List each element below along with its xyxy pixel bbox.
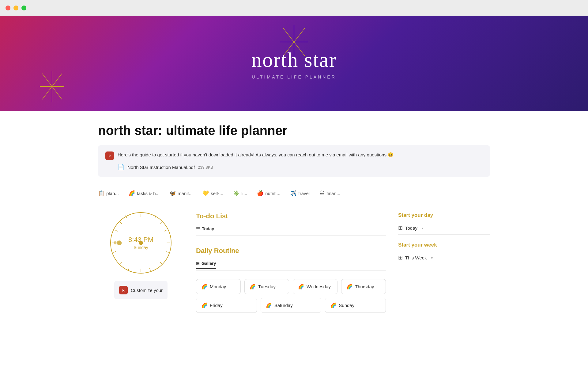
svg-point-25 xyxy=(117,240,122,245)
star-left-icon xyxy=(40,71,64,107)
clock-ticks-svg xyxy=(111,213,171,273)
tab-nutrition-icon: 🍎 xyxy=(257,190,263,197)
maximize-button[interactable] xyxy=(21,6,26,10)
gallery-label: Gallery xyxy=(202,261,216,266)
todo-tab-label: Today xyxy=(202,226,214,231)
info-text: Here's the guide to get started if you h… xyxy=(118,151,394,159)
todo-container: To-do List ☰ Today xyxy=(196,212,386,244)
tab-tasks-label: tasks & h... xyxy=(137,191,160,196)
avatar: k xyxy=(105,151,114,160)
week-chevron-icon: ∨ xyxy=(431,255,433,260)
tab-manifest-icon: 🦋 xyxy=(169,190,176,197)
svg-line-12 xyxy=(120,222,122,224)
sunday-label: Sunday xyxy=(339,303,354,308)
file-name: North Star Instruction Manual.pdf xyxy=(127,165,195,170)
tab-tasks-icon: 🌈 xyxy=(129,190,135,197)
start-day-item[interactable]: ⊞ Today ∨ xyxy=(398,221,490,235)
friday-label: Friday xyxy=(210,303,223,308)
customize-text: Customize your xyxy=(131,288,163,293)
svg-line-14 xyxy=(160,222,162,224)
tab-plan[interactable]: 📋 plan... xyxy=(98,186,129,201)
todo-heading: To-do List xyxy=(196,212,386,220)
routine-container: Daily Routine ⊞ Gallery 🌈 Monday 🌈 xyxy=(196,244,386,313)
right-sidebar: Start your day ⊞ Today ∨ Start your week… xyxy=(398,212,490,264)
saturday-label: Saturday xyxy=(274,303,293,308)
days-row-1: 🌈 Monday 🌈 Tuesday 🌈 Wednesday 🌈 xyxy=(196,279,386,294)
day-card-saturday[interactable]: 🌈 Saturday xyxy=(261,298,322,313)
tab-li[interactable]: ✳️ li... xyxy=(233,186,257,201)
tab-travel[interactable]: ✈️ travel xyxy=(290,186,319,201)
today-chevron-icon: ∨ xyxy=(421,226,424,230)
minimize-button[interactable] xyxy=(13,6,18,10)
todo-today-tab[interactable]: ☰ Today xyxy=(196,224,219,234)
tab-finance-label: finan... xyxy=(326,191,340,196)
tab-self-label: self-... xyxy=(211,191,223,196)
svg-point-24 xyxy=(114,241,117,244)
days-grid: 🌈 Monday 🌈 Tuesday 🌈 Wednesday 🌈 xyxy=(196,279,386,313)
tab-manifest[interactable]: 🦋 manif... xyxy=(169,186,202,201)
thursday-label: Thursday xyxy=(355,284,374,289)
day-card-tuesday[interactable]: 🌈 Tuesday xyxy=(244,279,289,294)
tuesday-icon: 🌈 xyxy=(250,284,256,289)
todo-view-tabs: ☰ Today xyxy=(196,224,386,234)
saturday-icon: 🌈 xyxy=(266,302,272,308)
tab-plan-icon: 📋 xyxy=(98,190,104,197)
clock-section: 8:43 PM Sunday k Customize your xyxy=(98,212,184,299)
main-content: north star: ultimate life planner k Here… xyxy=(80,111,508,325)
close-button[interactable] xyxy=(6,6,10,10)
start-day-section: Start your day ⊞ Today ∨ xyxy=(398,212,490,235)
start-day-title: Start your day xyxy=(398,212,490,218)
day-card-wednesday[interactable]: 🌈 Wednesday xyxy=(293,279,337,294)
routine-heading: Daily Routine xyxy=(196,247,386,255)
file-row[interactable]: 📄 North Star Instruction Manual.pdf 239.… xyxy=(105,164,483,171)
gallery-tab[interactable]: ⊞ Gallery xyxy=(196,259,216,269)
clock-face: 8:43 PM Sunday xyxy=(110,212,172,274)
hero-banner: north star ULTIMATE LIFE PLANNER xyxy=(0,16,588,111)
file-size: 239.8KB xyxy=(198,165,213,170)
tab-travel-icon: ✈️ xyxy=(290,190,296,197)
svg-line-17 xyxy=(164,230,167,231)
hero-title: north star xyxy=(251,48,337,72)
tuesday-label: Tuesday xyxy=(258,284,276,289)
tab-self-icon: 💛 xyxy=(202,190,209,197)
tab-li-label: li... xyxy=(241,191,247,196)
window-chrome xyxy=(0,0,588,16)
start-week-section: Start your week ⊞ This Week ∨ xyxy=(398,242,490,264)
tab-manifest-label: manif... xyxy=(178,191,193,196)
start-week-item[interactable]: ⊞ This Week ∨ xyxy=(398,251,490,264)
tab-tasks[interactable]: 🌈 tasks & h... xyxy=(129,186,169,201)
routine-divider xyxy=(196,270,386,270)
page-title: north star: ultimate life planner xyxy=(98,123,490,138)
day-card-thursday[interactable]: 🌈 Thursday xyxy=(341,279,386,294)
days-row-2: 🌈 Friday 🌈 Saturday 🌈 Sunday xyxy=(196,298,386,313)
day-card-friday[interactable]: 🌈 Friday xyxy=(196,298,257,313)
thursday-icon: 🌈 xyxy=(346,284,352,289)
svg-line-13 xyxy=(160,262,162,264)
day-card-sunday[interactable]: 🌈 Sunday xyxy=(325,298,386,313)
tab-finance-icon: 🏛 xyxy=(319,190,325,197)
main-grid: 8:43 PM Sunday k Customize your To-do Li… xyxy=(98,212,490,313)
tab-plan-label: plan... xyxy=(106,191,119,196)
customize-box[interactable]: k Customize your xyxy=(114,281,168,299)
svg-line-22 xyxy=(149,268,150,270)
svg-line-16 xyxy=(155,215,156,218)
svg-point-26 xyxy=(139,241,143,245)
info-box: k Here's the guide to get started if you… xyxy=(98,145,490,177)
tab-self[interactable]: 💛 self-... xyxy=(202,186,233,201)
tab-finance[interactable]: 🏛 finan... xyxy=(319,186,350,201)
today-grid-icon: ⊞ xyxy=(398,224,403,231)
svg-line-20 xyxy=(115,230,118,231)
todo-divider xyxy=(196,236,386,236)
svg-line-19 xyxy=(126,215,127,218)
monday-icon: 🌈 xyxy=(201,284,207,289)
svg-line-15 xyxy=(120,262,122,264)
friday-icon: 🌈 xyxy=(201,302,207,308)
customize-avatar: k xyxy=(119,286,128,294)
todo-tab-icon: ☰ xyxy=(196,226,200,231)
tab-nutrition[interactable]: 🍎 nutriti... xyxy=(257,186,290,201)
start-week-title: Start your week xyxy=(398,242,490,248)
week-grid-icon: ⊞ xyxy=(398,254,403,261)
tab-nutrition-label: nutriti... xyxy=(265,191,280,196)
nav-tabs: 📋 plan... 🌈 tasks & h... 🦋 manif... 💛 se… xyxy=(98,186,490,201)
day-card-monday[interactable]: 🌈 Monday xyxy=(196,279,241,294)
